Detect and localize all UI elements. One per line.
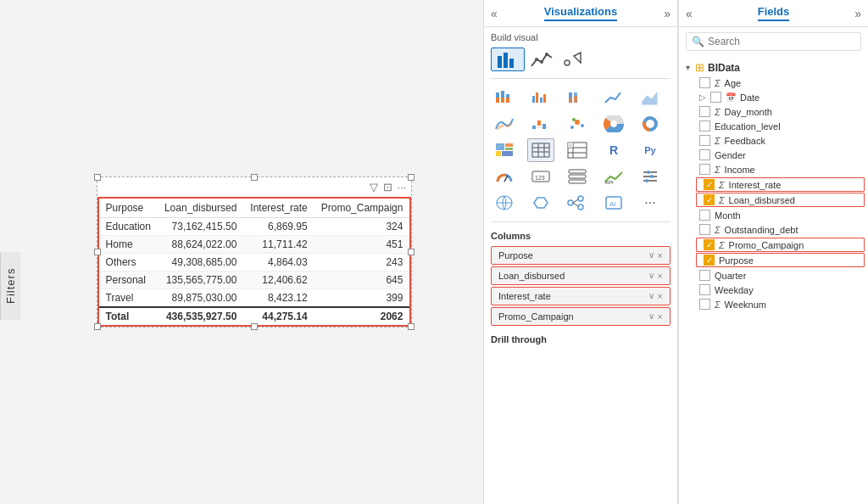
chevron-down-icon[interactable]: ∨ [648, 271, 654, 281]
field-item[interactable]: ✓ Σ Promo_Campaign [696, 238, 865, 252]
filter-icon[interactable]: ▽ [370, 181, 378, 193]
field-item[interactable]: ✓ Σ Interest_rate [696, 177, 865, 192]
search-input[interactable] [708, 36, 855, 48]
field-item[interactable]: Gender [679, 148, 868, 162]
resize-handle-tr[interactable] [408, 174, 415, 181]
resize-handle-tl[interactable] [94, 174, 101, 181]
viz-btn-more[interactable]: ··· [637, 191, 664, 215]
field-item[interactable]: Education_level [679, 119, 868, 133]
field-checkbox[interactable] [710, 92, 721, 103]
field-item[interactable]: Σ Day_month [679, 104, 868, 119]
viz-btn-map[interactable] [491, 191, 518, 215]
field-checkbox[interactable] [699, 164, 710, 175]
viz-collapse-left[interactable]: « [491, 7, 498, 20]
field-checkbox[interactable] [699, 135, 710, 146]
svg-point-28 [572, 118, 576, 121]
close-icon[interactable]: × [658, 271, 663, 281]
viz-btn-ai-insights[interactable]: AI [600, 191, 627, 215]
column-chip[interactable]: Purpose ∨ × [491, 246, 670, 265]
field-label: Quarter [715, 271, 746, 281]
viz-btn-barcolumn[interactable] [491, 48, 525, 71]
field-checkbox[interactable]: ✓ [704, 179, 715, 190]
cell-loan: 88,624,022.00 [158, 236, 243, 254]
field-checkbox[interactable] [699, 77, 710, 88]
viz-btn-matrix[interactable] [564, 138, 591, 162]
resize-handle-bl[interactable] [94, 323, 101, 330]
column-chip[interactable]: Promo_Campaign ∨ × [491, 307, 670, 326]
resize-handle-mb[interactable] [251, 323, 258, 330]
field-item[interactable]: Σ Weeknum [679, 297, 868, 311]
viz-btn-shape-map[interactable] [527, 191, 554, 215]
field-checkbox[interactable] [699, 270, 710, 281]
svg-rect-0 [498, 56, 502, 68]
field-checkbox[interactable] [699, 210, 710, 221]
cell-total-interest: 44,275.14 [243, 307, 314, 325]
field-checkbox[interactable] [699, 299, 710, 310]
resize-handle-br[interactable] [408, 323, 415, 330]
viz-btn-slicer[interactable] [637, 165, 664, 188]
close-icon[interactable]: × [658, 311, 663, 322]
column-chip[interactable]: Interest_rate ∨ × [491, 287, 670, 305]
viz-btn-decomp-tree[interactable] [564, 191, 591, 215]
field-item[interactable]: ✓ Σ Loan_disbursed [696, 193, 865, 207]
viz-btn-stacked-bar[interactable] [491, 86, 518, 109]
viz-btn-scatter2[interactable] [564, 112, 591, 136]
viz-btn-cluster-bar[interactable] [527, 86, 554, 109]
field-item[interactable]: Σ Feedback [679, 133, 868, 148]
viz-btn-treemap[interactable] [491, 138, 518, 162]
svg-rect-36 [505, 143, 513, 147]
data-table: Purpose Loan_disbursed Interest_rate Pro… [99, 199, 410, 325]
viz-btn-multirow-card[interactable] [564, 165, 591, 188]
viz-btn-card[interactable]: 123 [527, 165, 554, 188]
fields-expand-right[interactable]: » [854, 7, 861, 20]
viz-btn-100pct[interactable] [564, 86, 591, 109]
viz-btn-kpi[interactable]: KPI [600, 165, 627, 188]
field-checkbox[interactable] [699, 224, 710, 235]
viz-btn-donut[interactable] [637, 112, 664, 136]
field-item[interactable]: Σ Income [679, 162, 868, 176]
svg-rect-40 [532, 143, 549, 157]
col-promo: Promo_Campaign [314, 199, 410, 218]
close-icon[interactable]: × [658, 250, 663, 260]
field-checkbox[interactable]: ✓ [704, 194, 715, 205]
viz-btn-area[interactable] [637, 86, 664, 109]
viz-btn-scatter[interactable] [559, 48, 586, 71]
field-item-date[interactable]: ▷ 📅 Date [679, 90, 868, 104]
viz-btn-r[interactable]: R [600, 138, 627, 162]
field-checkbox[interactable] [699, 120, 710, 132]
viz-expand-right[interactable]: » [664, 7, 670, 20]
field-checkbox[interactable] [699, 106, 710, 117]
field-item[interactable]: Weekday [679, 283, 868, 297]
field-item[interactable]: Σ Outstanding_debt [679, 222, 868, 237]
fields-search-box[interactable]: 🔍 [686, 32, 861, 51]
field-item[interactable]: Month [679, 208, 868, 222]
viz-btn-py[interactable]: Py [637, 138, 664, 162]
resize-handle-mr[interactable] [408, 249, 415, 255]
viz-btn-line2[interactable] [600, 86, 627, 109]
viz-btn-gauge[interactable] [491, 165, 518, 188]
field-checkbox[interactable]: ✓ [704, 255, 715, 266]
field-item[interactable]: ✓ Purpose [696, 253, 865, 267]
field-item[interactable]: Quarter [679, 268, 868, 283]
viz-btn-table-visual[interactable] [527, 138, 554, 162]
viz-btn-waterfall[interactable] [527, 112, 554, 136]
filters-tab[interactable]: Filters [0, 252, 20, 320]
more-options-icon[interactable]: ··· [398, 181, 407, 193]
resize-handle-ml[interactable] [94, 249, 101, 255]
viz-btn-line[interactable] [528, 48, 555, 71]
chevron-down-icon[interactable]: ∨ [648, 311, 654, 322]
chevron-down-icon[interactable]: ∨ [648, 291, 654, 301]
field-item[interactable]: Σ Age [679, 76, 868, 90]
field-checkbox[interactable]: ✓ [704, 239, 715, 250]
close-icon[interactable]: × [658, 291, 663, 301]
column-chip[interactable]: Loan_disbursed ∨ × [491, 266, 670, 285]
field-checkbox[interactable] [699, 284, 710, 295]
viz-btn-ribbon[interactable] [491, 112, 518, 136]
bidata-group-header[interactable]: ▾ ⊞ BIData [679, 59, 868, 76]
chevron-down-icon[interactable]: ∨ [648, 250, 654, 260]
resize-handle-mt[interactable] [251, 174, 258, 181]
fields-collapse-left[interactable]: « [686, 7, 693, 20]
field-checkbox[interactable] [699, 149, 710, 160]
viz-btn-pie[interactable] [600, 112, 627, 136]
focus-icon[interactable]: ⊡ [383, 181, 392, 193]
